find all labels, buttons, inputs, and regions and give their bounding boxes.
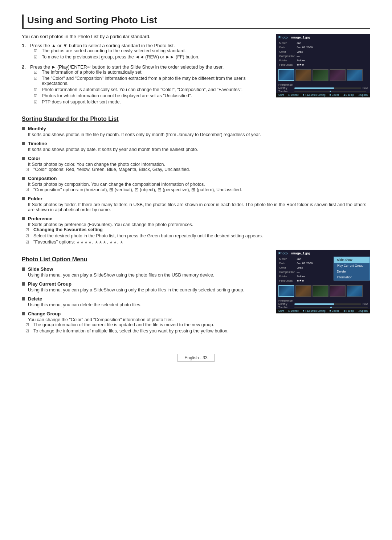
photo-ui-1: Photo image_1.jpg MonthJan DateJan 01.20… xyxy=(276,34,370,98)
sort-timeline-label: Timeline xyxy=(22,141,370,146)
step-2-note-5: ☑ PTP does not support folder sort mode. xyxy=(34,99,267,105)
step-2-note-1: ☑ The information of a photo file is aut… xyxy=(34,70,267,75)
note-icon: ☑ xyxy=(25,228,32,232)
option-slideshow-label: Slide Show xyxy=(22,266,267,272)
screen2-monthly-bar: Monthly Now xyxy=(276,302,370,306)
monthly-progress-bar-2 xyxy=(294,303,361,305)
thumb-5 xyxy=(347,69,363,81)
step-2-text: Press the ► (Play)/ENTER↵ button to star… xyxy=(30,64,224,70)
screen2-timeline-label: Timeline xyxy=(278,306,293,308)
thumb-4 xyxy=(330,69,346,81)
sort-folder: Folder It Sorts photos by folder. If the… xyxy=(22,196,370,212)
menu-slideshow: Slide Show xyxy=(334,257,369,263)
screen2-footer-fav: ■ Favourites Setting xyxy=(303,310,326,312)
sort-timeline-desc: It sorts and shows photos by date. It so… xyxy=(28,147,370,152)
sort-preference-sub-2: ☑ Select the desired photo in the Photo … xyxy=(25,233,370,238)
screen1-meta: MonthJan DateJan 01.2006 ColorGray Compo… xyxy=(278,41,314,67)
step-1-note-2: ☑ To move to the previous/next group, pr… xyxy=(34,54,267,60)
timeline-progress-bar: ▲ xyxy=(294,91,366,92)
screen1-timeline-label: Timeline xyxy=(278,90,293,93)
step-2-num: 2. xyxy=(22,64,28,70)
option-change-group-label: Change Group xyxy=(22,311,267,316)
screen1-footer-device: ⊟ Device xyxy=(288,94,299,97)
screen1-filename: image_1.jpg xyxy=(291,36,310,39)
screen2-filename: image_1.jpg xyxy=(291,251,310,255)
screen2-footer-jump: ◄►Jump xyxy=(343,310,354,312)
option-play-group: Play Current Group Using this menu, you … xyxy=(22,281,267,292)
screen2-timeline-bar: Timeline ▲ xyxy=(276,306,370,309)
step-1: 1. Press the ▲ or ▼ button to select a s… xyxy=(22,43,267,61)
screen1-pref-label: Preference xyxy=(276,82,370,86)
thumb-1b xyxy=(278,285,294,297)
sort-composition-desc: It Sorts photos by composition. You can … xyxy=(28,182,370,187)
bullet-icon xyxy=(22,127,25,130)
note-icon: ☑ xyxy=(34,100,40,105)
photo-option-menu: Slide Show Play Current Group Delete Inf… xyxy=(334,257,370,281)
note-icon: ☑ xyxy=(25,167,32,172)
screen1-footer-option: □ Option xyxy=(358,94,368,97)
sort-preference-sub-3: ☑ "Favourites" options: ★★★★, ★★★, ★★, ★ xyxy=(25,240,370,245)
option-change-group-note-2: ☑ To change the information of multiple … xyxy=(25,328,267,334)
sort-composition-note-1: ☑ "Composition" options: ≡ (horizontal),… xyxy=(25,187,370,192)
option-slideshow: Slide Show Using this menu, you can play… xyxy=(22,266,267,278)
bullet-icon xyxy=(22,157,25,160)
option-change-group-desc: You can change the "Color" and "Composit… xyxy=(28,317,267,322)
sort-preference-label: Preference xyxy=(22,216,370,221)
note-icon: ☑ xyxy=(34,76,40,81)
thumb-5b xyxy=(347,285,363,297)
note-icon: ☑ xyxy=(34,87,40,92)
sort-monthly-label: Monthly xyxy=(22,126,370,131)
menu-play-group: Play Current Group xyxy=(334,263,369,269)
note-icon: ☑ xyxy=(25,187,32,192)
screen1-footer: SUM ⊟ Device ■ Favourites Setting ■ Sele… xyxy=(276,93,370,97)
option-delete-desc: Using this menu, you can delete the sele… xyxy=(28,302,267,307)
screen2-meta: MonthJan DateJan 01.2006 ColorGray Compo… xyxy=(278,257,314,283)
menu-delete: Delete xyxy=(334,269,369,274)
option-change-group-note-1: ☑ The group information of the current f… xyxy=(25,322,267,327)
screen1-footer-select: ■ Select xyxy=(330,94,339,97)
step-1-num: 1. xyxy=(22,43,28,48)
sort-color-note-1: ☑ "Color" options: Red, Yellow, Green, B… xyxy=(25,167,370,172)
screen2-mockup: Photo image_1.jpg Slide Show Play Curren… xyxy=(276,250,370,314)
screen1-footer-jump: ◄►Jump xyxy=(343,94,354,97)
menu-information: Information xyxy=(334,274,369,280)
sort-preference: Preference It Sorts photos by preference… xyxy=(22,216,370,245)
step-1-note-1: ☑ The photos are sorted according to the… xyxy=(34,48,267,53)
step-2-note-3: ☑ Photo information is automatically set… xyxy=(34,87,267,92)
sort-folder-label: Folder xyxy=(22,196,370,201)
screen1-mockup: Photo image_1.jpg MonthJan DateJan 01.20… xyxy=(276,34,370,98)
bullet-icon xyxy=(22,177,25,180)
option-section: Photo List Option Menu Slide Show Using … xyxy=(22,250,370,337)
option-play-group-desc: Using this menu, you can play a SlideSho… xyxy=(28,287,267,292)
photo-thumbnails-2 xyxy=(276,284,370,298)
timeline-progress-bar-2: ▲ xyxy=(294,307,368,308)
bullet-icon xyxy=(22,267,25,271)
note-icon: ☑ xyxy=(34,70,40,75)
screen2-monthly-label: Monthly xyxy=(278,303,293,305)
thumb-3b xyxy=(313,285,328,297)
bullet-icon xyxy=(22,312,25,315)
thumb-4b xyxy=(330,285,346,297)
photo-ui-header-2: Photo image_1.jpg Slide Show Play Curren… xyxy=(276,250,370,256)
screen1-monthly-bar: Monthly Now xyxy=(276,86,370,90)
note-icon: ☑ xyxy=(25,240,32,245)
option-delete-label: Delete xyxy=(22,296,267,302)
sort-composition: Composition It Sorts photos by compositi… xyxy=(22,176,370,192)
intro-text: You can sort photos in the Photo List by… xyxy=(22,34,267,39)
sort-monthly: Monthly It sorts and shows photos in the… xyxy=(22,126,370,137)
note-icon: ☑ xyxy=(25,329,32,334)
screen1-monthly-label: Monthly xyxy=(278,87,293,89)
screen2-title: Photo xyxy=(278,251,288,255)
monthly-bar-fill xyxy=(294,87,334,89)
bullet-icon xyxy=(22,282,25,286)
footer-badge: English - 33 xyxy=(177,354,214,362)
bullet-icon xyxy=(22,142,25,145)
screen2-footer: SUM ⊟ Device ■ Favourites Setting ■ Sele… xyxy=(276,309,370,313)
step-1-text: Press the ▲ or ▼ button to select a sort… xyxy=(30,43,175,48)
screen2-footer-sum: SUM xyxy=(278,310,284,312)
thumb-2 xyxy=(295,69,311,81)
screen1-timeline-bar: Timeline ▲ xyxy=(276,90,370,93)
sorting-section-title: Sorting Standard for the Photo List xyxy=(22,116,370,122)
page-title: Using and Sorting Photo List xyxy=(22,15,370,29)
page-footer: English - 33 xyxy=(22,352,370,364)
